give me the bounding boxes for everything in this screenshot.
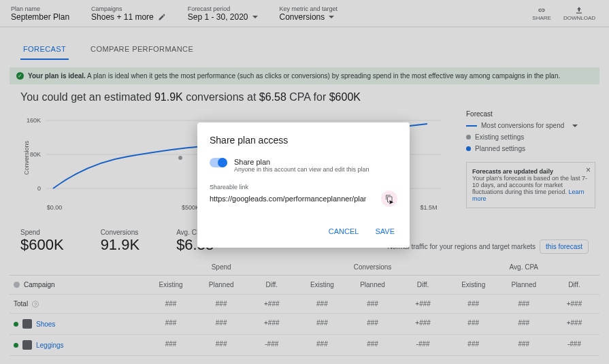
legend-option: Most conversions for spend <box>481 122 564 129</box>
check-icon: ✓ <box>16 72 24 80</box>
download-button[interactable]: DOWNLOAD <box>563 5 595 21</box>
download-label: DOWNLOAD <box>563 15 595 21</box>
campaign-link[interactable]: Leggings <box>36 342 64 349</box>
table-cell: +### <box>246 295 297 313</box>
table-cell: ### <box>499 295 549 313</box>
col-existing: Existing <box>146 276 196 294</box>
metric-field[interactable]: Key metric and target Conversions <box>269 0 349 27</box>
table-cell: ### <box>499 314 549 334</box>
top-bar: Plan name September Plan Campaigns Shoes… <box>0 0 609 27</box>
banner-lead: Your plan is ideal. <box>28 72 86 80</box>
close-icon[interactable]: × <box>586 165 591 175</box>
metric-value: 91.9K <box>101 236 140 254</box>
banner-body: A plan is ideal when it gets the most pe… <box>87 72 560 80</box>
forecast-info: × Forecasts are updated daily Your plan'… <box>466 162 595 208</box>
status-dot-icon <box>14 322 18 327</box>
cancel-button[interactable]: CANCEL <box>326 223 362 239</box>
table-cell: ### <box>146 314 196 334</box>
headline-mid2: CPA for <box>289 91 326 103</box>
table-cell: ### <box>499 335 549 355</box>
table-group-header: Spend Conversions Avg. CPA <box>10 259 599 276</box>
row-label: Total <box>14 300 28 308</box>
topbar-actions: SHARE DOWNLOAD <box>532 0 609 27</box>
link-label: Shareable link <box>210 184 397 191</box>
copy-button[interactable]: ➤ <box>381 191 397 207</box>
edit-icon[interactable] <box>158 13 166 21</box>
campaign-link[interactable]: Shoes <box>36 320 55 328</box>
table-cell: -### <box>549 335 599 355</box>
table-cell: ### <box>347 314 397 334</box>
forecast-headline: You could get an estimated 91.9K convers… <box>20 91 589 103</box>
ideal-banner: ✓ Your plan is ideal. A plan is ideal wh… <box>10 67 599 84</box>
share-toggle[interactable] <box>210 158 227 167</box>
col-diff: Diff. <box>549 276 599 294</box>
table-cell: -### <box>398 335 448 355</box>
info-title: Forecasts are updated daily <box>472 168 553 175</box>
y-tick: 160K <box>27 117 41 124</box>
save-button[interactable]: SAVE <box>372 223 397 239</box>
table-cell: ### <box>347 335 397 355</box>
share-toggle-row: Share plan Anyone in this account can vi… <box>210 158 397 173</box>
table-cell: ### <box>146 335 196 355</box>
share-button[interactable]: SHARE <box>532 5 551 21</box>
table-cell: +### <box>398 295 448 313</box>
col-group-conversions: Conversions <box>297 259 448 275</box>
x-tick: $1.5M <box>420 204 437 211</box>
table-cell: ### <box>297 295 347 313</box>
table-cell: ### <box>196 295 246 313</box>
period-field[interactable]: Forecast period Sep 1 - 30, 2020 <box>177 0 269 27</box>
traffic-note: Normal traffic for your regions and targ… <box>387 239 589 254</box>
chevron-down-icon <box>329 16 334 18</box>
info-icon[interactable]: ? <box>32 301 39 308</box>
table-cell: ### <box>448 314 499 334</box>
headline-cpa: $6.58 <box>259 91 286 103</box>
table-cell: ### <box>297 314 347 334</box>
headline-spend: $600K <box>329 91 361 103</box>
link-icon <box>537 5 546 15</box>
tab-forecast[interactable]: FORECAST <box>20 39 69 60</box>
download-icon <box>574 5 584 15</box>
tabs: FORECAST COMPARE PERFORMANCE <box>20 39 609 61</box>
table-cell: -### <box>246 335 297 355</box>
legend-existing-label: Existing settings <box>475 133 524 141</box>
x-tick: $0.00 <box>47 204 63 211</box>
metric-label: Conversions <box>101 229 140 236</box>
banner-text: Your plan is ideal. A plan is ideal when… <box>28 72 560 80</box>
tab-compare[interactable]: COMPARE PERFORMANCE <box>88 39 196 60</box>
metric-conversions: Conversions 91.9K <box>101 229 140 254</box>
table-header: Campaign Existing Planned Diff. Existing… <box>10 276 599 295</box>
headline-pre: You could get an estimated <box>20 91 151 103</box>
campaign-icon <box>22 340 32 350</box>
existing-point <box>178 156 182 160</box>
legend-select[interactable]: Most conversions for spend <box>466 122 595 129</box>
y-tick: 80K <box>30 151 41 158</box>
headline-conversions: 91.9K <box>154 91 183 103</box>
col-planned: Planned <box>347 276 397 294</box>
campaign-table: Spend Conversions Avg. CPA Campaign Exis… <box>10 259 599 356</box>
campaigns-value[interactable]: Shoes + 11 more <box>91 12 166 22</box>
table-cell: ### <box>146 295 196 313</box>
campaign-icon <box>22 319 32 329</box>
campaigns-label: Campaigns <box>91 5 166 12</box>
status-dot-icon <box>14 343 18 348</box>
adjust-forecast-button[interactable]: this forecast <box>540 239 589 254</box>
legend-planned: Planned settings <box>466 145 595 152</box>
plan-name-value[interactable]: September Plan <box>11 12 69 22</box>
legend-planned-label: Planned settings <box>475 145 525 152</box>
toggle-label: Share plan <box>234 158 369 166</box>
link-field: ➤ <box>210 191 397 207</box>
metric-spend: Spend $600K <box>20 229 64 254</box>
period-label: Forecast period <box>188 5 258 12</box>
table-cell: ### <box>196 335 246 355</box>
modal-actions: CANCEL SAVE <box>210 223 397 239</box>
col-group-cpa: Avg. CPA <box>448 259 599 275</box>
chevron-down-icon <box>252 16 258 18</box>
table-cell: ### <box>448 335 499 355</box>
table-row: Leggings######-#########-#########-### <box>10 335 599 356</box>
chevron-down-icon <box>572 125 578 127</box>
dot-icon <box>466 146 471 151</box>
metric-value: Conversions <box>280 12 338 22</box>
plan-name-field: Plan name September Plan <box>0 0 80 27</box>
share-link-input[interactable] <box>210 195 366 203</box>
col-diff: Diff. <box>246 276 297 294</box>
